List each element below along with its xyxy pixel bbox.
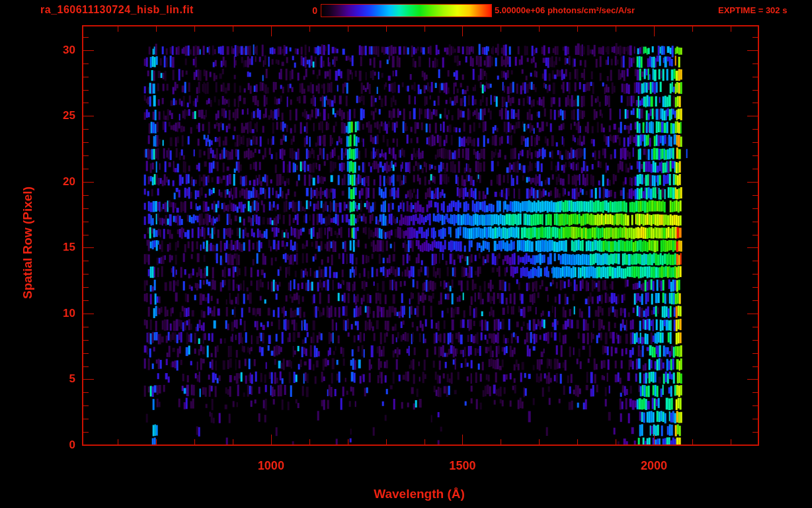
plot-title: ra_160611130724_hisb_lin.fit	[40, 4, 194, 16]
colorbar-max-label: 5.00000e+06 photons/cm²/sec/A/sr	[495, 5, 635, 15]
x-tick-label: 1500	[449, 459, 475, 473]
x-tick-label: 1000	[258, 459, 284, 473]
y-tick-label: 10	[26, 307, 75, 320]
y-tick-label: 0	[26, 439, 75, 452]
x-axis-title: Wavelength (Å)	[374, 487, 465, 501]
colorbar-min-label: 0	[298, 5, 317, 16]
y-tick-label: 15	[26, 241, 75, 254]
x-tick-label: 2000	[641, 459, 667, 473]
spectral-plot-window: ra_160611130724_hisb_lin.fit 0 5.00000e+…	[0, 0, 812, 508]
spectral-heatmap-canvas	[0, 0, 812, 508]
y-tick-label: 20	[26, 175, 75, 189]
y-tick-label: 5	[26, 372, 75, 386]
exptime-label: EXPTIME = 302 s	[718, 5, 787, 15]
y-tick-label: 25	[26, 109, 75, 122]
colorbar	[321, 4, 492, 17]
y-tick-label: 30	[26, 44, 75, 57]
